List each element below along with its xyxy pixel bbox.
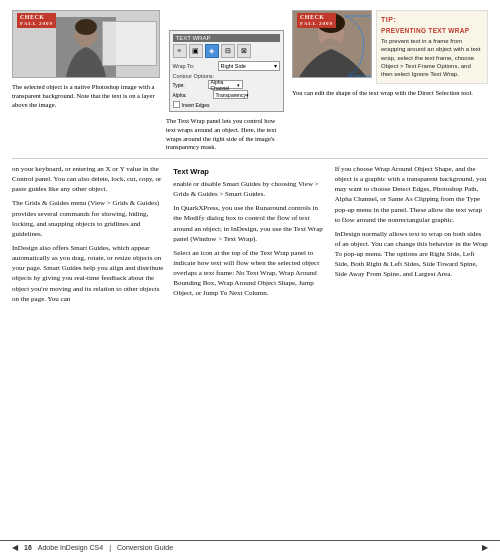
svg-point-3 [74,33,78,39]
right-image-block: check FALL 2009 [292,10,372,78]
wrap-to-label: Wrap To: [173,63,218,69]
jump-col-icon[interactable]: ⊠ [237,44,251,58]
text-wrap-heading: Text Wrap [173,167,326,178]
tip-title: PREVENTING TEXT WRAP [381,26,483,35]
svg-point-2 [75,19,97,35]
footer-page-number: 16 [24,544,32,551]
footer: ◀ 16 Adobe InDesign CS4 | Conversion Gui… [0,540,500,554]
alpha-dropdown[interactable]: Transparency ▾ [213,90,248,99]
left-caption: The selected object is a native Photosho… [12,82,160,109]
svg-point-4 [94,33,98,39]
no-wrap-icon[interactable]: ≡ [173,44,187,58]
invert-checkbox[interactable] [173,101,180,108]
divider [12,158,488,159]
body-col1-para3: InDesign also offers Smart Guides, which… [12,243,165,304]
top-section: check FALL 2009 [12,10,488,152]
alpha-label: Alpha: [173,92,213,98]
body-col-2: Text Wrap enable or disable Smart Guides… [173,164,326,308]
invert-label: Invert Edges [182,102,210,108]
body-col2-para1: enable or disable Smart Guides by choosi… [173,179,326,199]
middle-caption: The Text Wrap panel lets you control how… [166,117,286,152]
wrap-bbox-icon[interactable]: ▣ [189,44,203,58]
body-columns: on your keyboard, or entering an X or Y … [12,164,488,308]
footer-arrow-right[interactable]: ▶ [482,543,488,552]
type-row: Type: Alpha Channel ▾ [173,80,280,89]
tip-box: Tip: PREVENTING TEXT WRAP To prevent tex… [376,10,488,84]
alpha-row: Alpha: Transparency ▾ [173,90,280,99]
body-col2-para2: In QuarkXPress, you use the Runaround co… [173,203,326,244]
page-wrapper: check FALL 2009 [0,0,500,559]
body-col3-para2: InDesign normally allows text to wrap on… [335,229,488,280]
right-images-row: check FALL 2009 [292,10,488,84]
wrap-shape-icon[interactable]: ◈ [205,44,219,58]
text-wrap-path-overlay [293,11,372,78]
wrap-to-row: Wrap To: Right Side ▾ [173,61,280,71]
text-wrap-panel: TEXT WRAP ≡ ▣ ◈ ⊟ ⊠ Wrap To: Right Side … [169,30,284,112]
footer-app-name: Adobe InDesign CS4 [38,544,103,551]
body-col1-para2: The Grids & Guides menu (View > Grids & … [12,198,165,239]
type-dropdown[interactable]: Alpha Channel ▾ [208,80,243,89]
footer-doc-title: Conversion Guide [117,544,173,551]
middle-area: TEXT WRAP ≡ ▣ ◈ ⊟ ⊠ Wrap To: Right Side … [166,10,286,152]
body-col1-para1: on your keyboard, or entering an X or Y … [12,164,165,194]
body-col-1: on your keyboard, or entering an X or Y … [12,164,165,308]
body-col-3: If you choose Wrap Around Object Shape, … [335,164,488,308]
left-image-area: check FALL 2009 [12,10,160,152]
right-caption: You can edit the shape of the text wrap … [292,89,488,98]
footer-left: ◀ 16 Adobe InDesign CS4 | Conversion Gui… [12,543,173,552]
type-label: Type: [173,82,208,88]
panel-icons-row: ≡ ▣ ◈ ⊟ ⊠ [173,44,280,58]
check-badge-left: check FALL 2009 [17,13,56,28]
footer-arrow-left[interactable]: ◀ [12,543,18,552]
tip-label: Tip: [381,15,483,25]
body-col2-para3: Select an icon at the top of the Text Wr… [173,248,326,299]
panel-title-bar: TEXT WRAP [173,34,280,42]
tip-text: To prevent text in a frame from wrapping… [381,37,483,79]
left-image-block: check FALL 2009 [12,10,160,78]
jump-obj-icon[interactable]: ⊟ [221,44,235,58]
invert-row: Invert Edges [173,101,280,108]
body-col3-para1: If you choose Wrap Around Object Shape, … [335,164,488,225]
wrap-to-dropdown[interactable]: Right Side ▾ [218,61,280,71]
right-area: check FALL 2009 [292,10,488,152]
footer-separator: | [109,544,111,551]
panel-overlay [102,21,157,66]
